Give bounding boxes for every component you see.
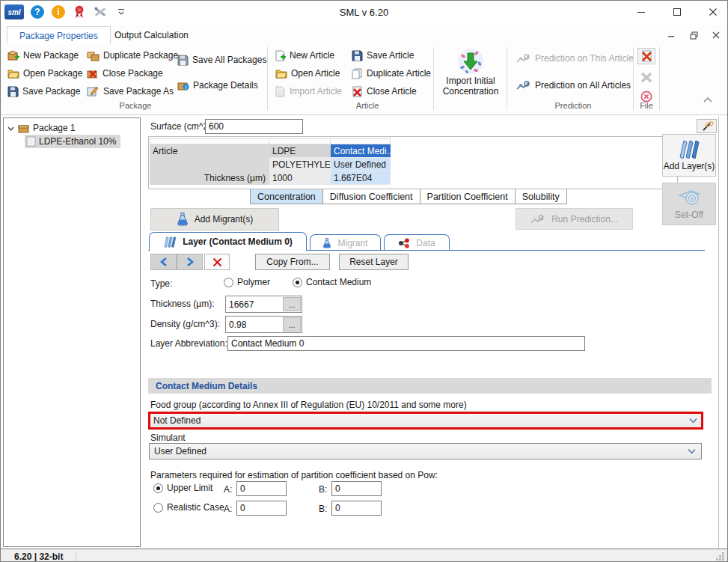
realistic-b-input[interactable] — [331, 501, 382, 516]
tools-button[interactable] — [93, 4, 108, 19]
duplicate-package-button[interactable]: Duplicate Package — [85, 49, 180, 62]
simulant-combobox[interactable]: User Defined — [149, 443, 702, 459]
prediction-all-articles-button[interactable]: Prediction on All Articles — [514, 79, 633, 92]
previous-layer-button[interactable] — [150, 254, 177, 270]
layer-abbreviation-input[interactable] — [227, 336, 585, 351]
ribbon-tab-row: Package Properties Output Calculation — [1, 25, 727, 44]
close-article-button[interactable]: Close Article — [349, 85, 419, 98]
save-package-as-button[interactable]: Save Package As — [85, 85, 176, 98]
tab-diffusion-coefficient[interactable]: Diffusion Coefficient — [322, 189, 420, 204]
help-button[interactable]: ? — [30, 4, 45, 19]
delete-layer-button[interactable] — [204, 254, 230, 270]
contact-medium-radio[interactable]: Contact Medium — [293, 277, 371, 287]
tab-layer-contact-medium[interactable]: Layer (Contact Medium 0) — [149, 232, 307, 251]
mdi-minimize-button[interactable] — [664, 29, 678, 41]
status-bar: 6.20 | 32-bit — [1, 549, 727, 562]
open-article-button[interactable]: Open Article — [273, 67, 342, 80]
run-prediction-icon — [530, 214, 545, 225]
layer-name-cell[interactable]: LDPE — [269, 144, 331, 158]
layer-column-ldpe[interactable]: LDPE POLYETHYLE... 1000 — [269, 144, 331, 185]
package-group-label: Package — [91, 101, 180, 110]
maximize-button[interactable] — [667, 4, 687, 20]
red-x-icon — [212, 257, 222, 267]
wizard-button[interactable] — [697, 119, 717, 133]
layer-material-cell[interactable]: User Defined — [331, 158, 391, 171]
next-layer-button[interactable] — [177, 254, 203, 270]
property-tab-strip: Concentration Diffusion Coefficient Part… — [251, 189, 567, 204]
thickness-input[interactable] — [226, 296, 282, 312]
group-separator — [267, 47, 268, 110]
license-button[interactable] — [72, 4, 87, 19]
file-close-save-button[interactable] — [637, 48, 655, 64]
density-browse-button[interactable]: ... — [283, 317, 301, 332]
simulant-value: User Defined — [154, 446, 207, 456]
file-gray-x-icon — [640, 72, 652, 83]
realistic-case-radio[interactable]: Realistic Case — [153, 502, 224, 513]
upper-a-input[interactable] — [236, 481, 287, 496]
resize-grip[interactable] — [715, 552, 725, 561]
tab-package-properties[interactable]: Package Properties — [7, 26, 111, 44]
minimize-icon — [637, 7, 646, 16]
add-migrant-button[interactable]: Add Migrant(s) — [150, 208, 279, 230]
polymer-radio[interactable]: Polymer — [224, 277, 270, 287]
save-article-button[interactable]: Save Article — [349, 49, 416, 62]
thickness-browse-button[interactable]: ... — [283, 297, 301, 311]
food-group-combobox[interactable]: Not Defined — [148, 412, 703, 430]
duplicate-package-icon — [87, 50, 100, 61]
import-initial-concentration-button[interactable]: Import Initial Concentration — [438, 47, 504, 110]
chevron-up-icon — [703, 97, 713, 104]
collapse-ribbon-button[interactable] — [703, 97, 713, 104]
layer-name-cell-selected[interactable]: Contact Medi... — [331, 144, 391, 158]
upper-b-input[interactable] — [331, 481, 382, 496]
tab-concentration[interactable]: Concentration — [250, 189, 323, 204]
density-input[interactable] — [226, 317, 282, 332]
tree-node-article-selected[interactable]: LDPE-Ethanol 10% — [25, 135, 120, 148]
add-layers-button[interactable]: Add Layer(s) — [662, 134, 716, 177]
realistic-case-radio-circle[interactable] — [153, 503, 163, 513]
svg-text:i: i — [186, 84, 187, 89]
contact-medium-radio-circle[interactable] — [293, 278, 302, 287]
tab-migrant[interactable]: Migrant — [310, 234, 381, 251]
combo-chevron-icon — [688, 448, 696, 454]
mdi-close-icon — [712, 31, 720, 39]
copy-from-button[interactable]: Copy From... — [255, 254, 330, 270]
tab-data[interactable]: Data — [384, 234, 450, 251]
package-details-button[interactable]: i Package Details — [175, 79, 260, 92]
file-close-all-button-disabled[interactable] — [637, 69, 655, 85]
new-article-button[interactable]: New Article — [273, 49, 337, 62]
reset-layer-button[interactable]: Reset Layer — [339, 254, 409, 270]
import-article-button[interactable]: Import Article — [273, 85, 344, 98]
mdi-restore-button[interactable] — [687, 29, 700, 41]
prediction-this-article-button[interactable]: Prediction on This Article — [514, 52, 636, 65]
close-button[interactable] — [703, 4, 723, 20]
tree-node-package[interactable]: Package 1 — [7, 121, 76, 135]
tree-expander-icon[interactable] — [7, 124, 15, 132]
open-package-button[interactable]: Open Package — [5, 67, 85, 80]
run-prediction-button[interactable]: Run Prediction... — [516, 208, 633, 230]
close-package-button[interactable]: Close Package — [85, 67, 165, 80]
upper-limit-radio-circle[interactable] — [153, 483, 163, 493]
layer-thickness-cell[interactable]: 1000 — [269, 171, 331, 185]
prediction-disabled-icon — [516, 53, 531, 64]
minimize-button[interactable] — [631, 4, 651, 20]
surface-input[interactable] — [205, 119, 303, 134]
layer-thickness-cell[interactable]: 1.667E04 — [331, 171, 391, 185]
info-button[interactable]: i — [51, 4, 66, 19]
realistic-a-input[interactable] — [236, 501, 287, 516]
realistic-b-label: B: — [319, 504, 327, 514]
mdi-close-button[interactable] — [709, 29, 723, 41]
new-package-button[interactable]: New Package — [5, 49, 81, 62]
polymer-radio-circle[interactable] — [224, 278, 233, 287]
tab-partition-coefficient[interactable]: Partition Coefficient — [420, 189, 516, 204]
layer-material-cell[interactable]: POLYETHYLE... — [269, 158, 331, 171]
set-off-button[interactable]: Set-Off — [662, 183, 716, 225]
qat-customize-button[interactable] — [114, 4, 129, 19]
duplicate-article-button[interactable]: Duplicate Article — [349, 67, 433, 80]
save-package-button[interactable]: Save Package — [5, 85, 82, 98]
tab-output-calculation[interactable]: Output Calculation — [103, 26, 201, 44]
save-all-packages-button[interactable]: Save All Packages — [175, 53, 269, 67]
layer-tab-icon — [163, 236, 177, 248]
tab-solubility[interactable]: Solubility — [515, 189, 567, 204]
upper-limit-radio[interactable]: Upper Limit — [153, 483, 212, 493]
layer-column-contact-medium[interactable]: Contact Medi... User Defined 1.667E04 — [331, 144, 391, 185]
